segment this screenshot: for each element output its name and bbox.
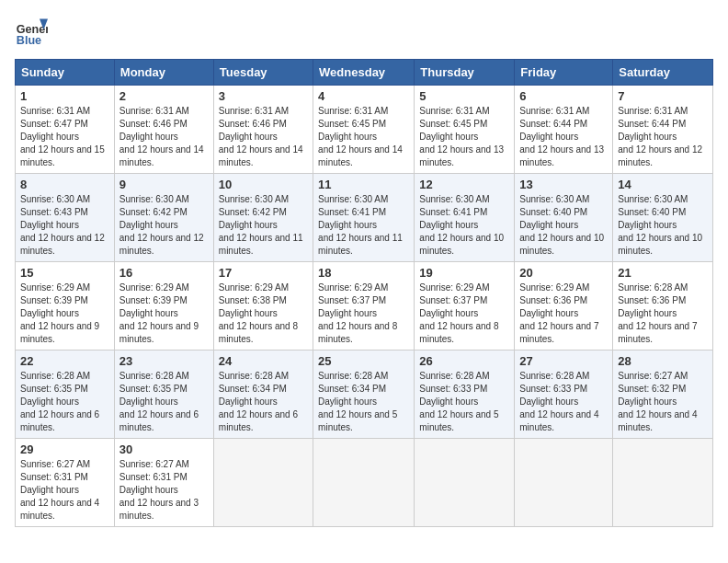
day-number: 24 (219, 354, 308, 368)
day-info: Sunrise: 6:31 AMSunset: 6:47 PMDaylight … (20, 106, 105, 167)
day-number: 28 (618, 354, 708, 368)
calendar-cell: 10Sunrise: 6:30 AMSunset: 6:42 PMDayligh… (213, 174, 313, 262)
calendar-cell: 20Sunrise: 6:29 AMSunset: 6:36 PMDayligh… (515, 262, 613, 350)
calendar-cell: 4Sunrise: 6:31 AMSunset: 6:45 PMDaylight… (313, 86, 415, 174)
day-info: Sunrise: 6:30 AMSunset: 6:41 PMDaylight … (318, 194, 403, 256)
calendar-cell: 30Sunrise: 6:27 AMSunset: 6:31 PMDayligh… (114, 439, 213, 527)
day-number: 10 (219, 178, 308, 191)
day-info: Sunrise: 6:29 AMSunset: 6:37 PMDaylight … (318, 282, 397, 344)
day-number: 21 (618, 266, 708, 280)
day-info: Sunrise: 6:29 AMSunset: 6:39 PMDaylight … (20, 282, 99, 344)
day-info: Sunrise: 6:30 AMSunset: 6:40 PMDaylight … (618, 194, 702, 256)
day-number: 23 (119, 354, 209, 368)
calendar-cell (613, 439, 713, 527)
day-number: 12 (419, 178, 509, 191)
calendar-cell: 11Sunrise: 6:30 AMSunset: 6:41 PMDayligh… (313, 174, 415, 262)
day-info: Sunrise: 6:31 AMSunset: 6:46 PMDaylight … (219, 106, 303, 167)
calendar-cell: 3Sunrise: 6:31 AMSunset: 6:46 PMDaylight… (213, 86, 313, 174)
day-number: 26 (419, 354, 509, 368)
day-number: 16 (119, 266, 209, 280)
calendar-cell: 23Sunrise: 6:28 AMSunset: 6:35 PMDayligh… (114, 350, 213, 439)
calendar-cell: 7Sunrise: 6:31 AMSunset: 6:44 PMDaylight… (613, 86, 713, 174)
calendar-cell: 1Sunrise: 6:31 AMSunset: 6:47 PMDaylight… (16, 86, 115, 174)
day-info: Sunrise: 6:31 AMSunset: 6:45 PMDaylight … (419, 106, 504, 167)
day-number: 4 (318, 89, 409, 103)
day-info: Sunrise: 6:28 AMSunset: 6:36 PMDaylight … (618, 282, 697, 344)
calendar-cell: 6Sunrise: 6:31 AMSunset: 6:44 PMDaylight… (515, 86, 613, 174)
day-number: 2 (119, 89, 209, 103)
calendar-cell: 28Sunrise: 6:27 AMSunset: 6:32 PMDayligh… (613, 350, 713, 439)
day-number: 13 (519, 178, 608, 191)
weekday-header-friday: Friday (515, 60, 613, 86)
day-info: Sunrise: 6:27 AMSunset: 6:31 PMDaylight … (20, 459, 99, 521)
day-number: 25 (318, 354, 409, 368)
calendar-cell: 19Sunrise: 6:29 AMSunset: 6:37 PMDayligh… (415, 262, 515, 350)
calendar-cell: 2Sunrise: 6:31 AMSunset: 6:46 PMDaylight… (114, 86, 213, 174)
calendar-cell (313, 439, 415, 527)
weekday-header-saturday: Saturday (613, 60, 713, 86)
calendar-cell: 24Sunrise: 6:28 AMSunset: 6:34 PMDayligh… (213, 350, 313, 439)
logo: General Blue (15, 15, 48, 48)
day-info: Sunrise: 6:28 AMSunset: 6:35 PMDaylight … (119, 371, 199, 432)
calendar-cell: 15Sunrise: 6:29 AMSunset: 6:39 PMDayligh… (16, 262, 115, 350)
day-info: Sunrise: 6:28 AMSunset: 6:34 PMDaylight … (318, 371, 397, 432)
day-number: 19 (419, 266, 509, 280)
day-number: 27 (519, 354, 608, 368)
calendar-cell (213, 439, 313, 527)
day-number: 11 (318, 178, 409, 191)
day-number: 3 (219, 89, 308, 103)
day-number: 29 (20, 442, 109, 456)
day-number: 14 (618, 178, 708, 191)
day-info: Sunrise: 6:31 AMSunset: 6:45 PMDaylight … (318, 106, 403, 167)
calendar-table: SundayMondayTuesdayWednesdayThursdayFrid… (15, 59, 713, 527)
calendar-cell: 27Sunrise: 6:28 AMSunset: 6:33 PMDayligh… (515, 350, 613, 439)
day-info: Sunrise: 6:30 AMSunset: 6:42 PMDaylight … (119, 194, 204, 256)
day-info: Sunrise: 6:27 AMSunset: 6:32 PMDaylight … (618, 371, 697, 432)
weekday-header-sunday: Sunday (16, 60, 115, 86)
day-info: Sunrise: 6:28 AMSunset: 6:35 PMDaylight … (20, 371, 99, 432)
calendar-cell: 5Sunrise: 6:31 AMSunset: 6:45 PMDaylight… (415, 86, 515, 174)
calendar-cell: 9Sunrise: 6:30 AMSunset: 6:42 PMDaylight… (114, 174, 213, 262)
calendar-cell: 25Sunrise: 6:28 AMSunset: 6:34 PMDayligh… (313, 350, 415, 439)
day-number: 15 (20, 266, 109, 280)
calendar-cell: 16Sunrise: 6:29 AMSunset: 6:39 PMDayligh… (114, 262, 213, 350)
day-number: 5 (419, 89, 509, 103)
logo-icon: General Blue (15, 15, 48, 48)
calendar-cell: 17Sunrise: 6:29 AMSunset: 6:38 PMDayligh… (213, 262, 313, 350)
day-info: Sunrise: 6:29 AMSunset: 6:39 PMDaylight … (119, 282, 199, 344)
calendar-cell: 13Sunrise: 6:30 AMSunset: 6:40 PMDayligh… (515, 174, 613, 262)
day-info: Sunrise: 6:31 AMSunset: 6:46 PMDaylight … (119, 106, 204, 167)
weekday-header-tuesday: Tuesday (213, 60, 313, 86)
day-info: Sunrise: 6:28 AMSunset: 6:33 PMDaylight … (419, 371, 498, 432)
calendar-cell: 18Sunrise: 6:29 AMSunset: 6:37 PMDayligh… (313, 262, 415, 350)
day-number: 1 (20, 89, 109, 103)
weekday-header-thursday: Thursday (415, 60, 515, 86)
calendar-cell: 29Sunrise: 6:27 AMSunset: 6:31 PMDayligh… (16, 439, 115, 527)
day-info: Sunrise: 6:28 AMSunset: 6:34 PMDaylight … (219, 371, 298, 432)
day-number: 8 (20, 178, 109, 191)
day-number: 18 (318, 266, 409, 280)
day-info: Sunrise: 6:30 AMSunset: 6:42 PMDaylight … (219, 194, 303, 256)
day-info: Sunrise: 6:30 AMSunset: 6:43 PMDaylight … (20, 194, 105, 256)
weekday-header-wednesday: Wednesday (313, 60, 415, 86)
day-info: Sunrise: 6:30 AMSunset: 6:40 PMDaylight … (519, 194, 604, 256)
day-info: Sunrise: 6:29 AMSunset: 6:38 PMDaylight … (219, 282, 298, 344)
calendar-cell: 26Sunrise: 6:28 AMSunset: 6:33 PMDayligh… (415, 350, 515, 439)
day-info: Sunrise: 6:31 AMSunset: 6:44 PMDaylight … (519, 106, 604, 167)
calendar-cell (515, 439, 613, 527)
calendar-cell: 12Sunrise: 6:30 AMSunset: 6:41 PMDayligh… (415, 174, 515, 262)
weekday-header-monday: Monday (114, 60, 213, 86)
day-info: Sunrise: 6:28 AMSunset: 6:33 PMDaylight … (519, 371, 598, 432)
calendar-cell (415, 439, 515, 527)
calendar-cell: 22Sunrise: 6:28 AMSunset: 6:35 PMDayligh… (16, 350, 115, 439)
day-number: 20 (519, 266, 608, 280)
day-number: 22 (20, 354, 109, 368)
day-number: 6 (519, 89, 608, 103)
day-info: Sunrise: 6:31 AMSunset: 6:44 PMDaylight … (618, 106, 702, 167)
day-info: Sunrise: 6:27 AMSunset: 6:31 PMDaylight … (119, 459, 199, 521)
day-number: 17 (219, 266, 308, 280)
day-info: Sunrise: 6:29 AMSunset: 6:37 PMDaylight … (419, 282, 498, 344)
day-info: Sunrise: 6:29 AMSunset: 6:36 PMDaylight … (519, 282, 598, 344)
day-info: Sunrise: 6:30 AMSunset: 6:41 PMDaylight … (419, 194, 504, 256)
day-number: 30 (119, 442, 209, 456)
